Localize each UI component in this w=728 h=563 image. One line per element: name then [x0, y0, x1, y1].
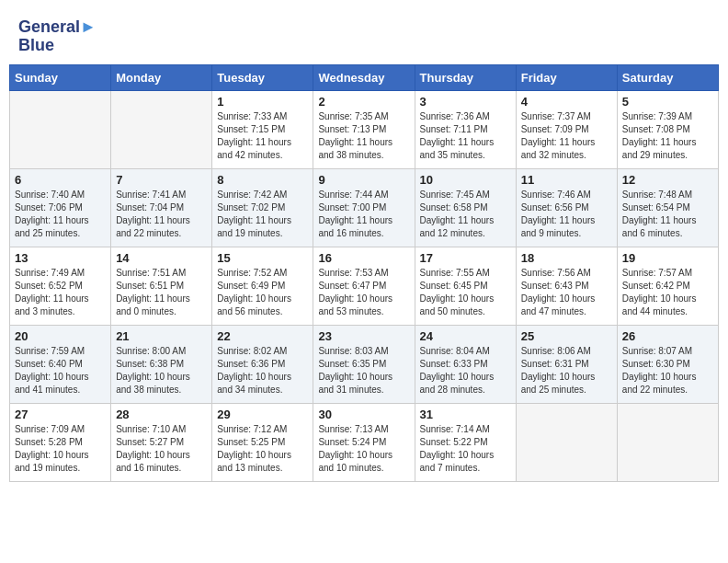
calendar-day-cell	[617, 403, 718, 481]
day-info: Sunrise: 7:48 AMSunset: 6:54 PMDaylight:…	[622, 189, 713, 240]
day-info: Sunrise: 8:02 AMSunset: 6:36 PMDaylight:…	[217, 345, 308, 396]
day-number: 26	[622, 329, 713, 343]
day-number: 25	[521, 329, 612, 343]
calendar-header-thursday: Thursday	[415, 64, 516, 90]
calendar-day-cell: 14Sunrise: 7:51 AMSunset: 6:51 PMDayligh…	[111, 247, 212, 325]
calendar-day-cell: 10Sunrise: 7:45 AMSunset: 6:58 PMDayligh…	[415, 168, 516, 247]
calendar-day-cell: 18Sunrise: 7:56 AMSunset: 6:43 PMDayligh…	[516, 247, 617, 325]
day-info: Sunrise: 7:51 AMSunset: 6:51 PMDaylight:…	[116, 267, 207, 318]
day-info: Sunrise: 7:35 AMSunset: 7:13 PMDaylight:…	[318, 110, 409, 162]
day-info: Sunrise: 7:52 AMSunset: 6:49 PMDaylight:…	[217, 267, 308, 318]
day-info: Sunrise: 7:39 AMSunset: 7:08 PMDaylight:…	[622, 110, 713, 162]
calendar-header-friday: Friday	[516, 64, 617, 90]
day-info: Sunrise: 8:06 AMSunset: 6:31 PMDaylight:…	[521, 345, 612, 396]
day-number: 22	[217, 329, 308, 343]
day-info: Sunrise: 7:14 AMSunset: 5:22 PMDaylight:…	[420, 423, 511, 475]
day-number: 15	[217, 251, 308, 265]
calendar-week-row: 6Sunrise: 7:40 AMSunset: 7:06 PMDaylight…	[10, 168, 719, 247]
day-number: 2	[318, 95, 409, 109]
calendar-day-cell: 27Sunrise: 7:09 AMSunset: 5:28 PMDayligh…	[10, 403, 111, 481]
calendar-day-cell: 21Sunrise: 8:00 AMSunset: 6:38 PMDayligh…	[111, 325, 212, 403]
day-number: 17	[420, 251, 511, 265]
calendar-day-cell: 17Sunrise: 7:55 AMSunset: 6:45 PMDayligh…	[415, 247, 516, 325]
day-number: 11	[521, 173, 612, 187]
calendar-header-monday: Monday	[111, 64, 212, 90]
day-number: 5	[622, 95, 713, 109]
day-number: 19	[622, 251, 713, 265]
calendar-week-row: 20Sunrise: 7:59 AMSunset: 6:40 PMDayligh…	[10, 325, 719, 403]
calendar-day-cell: 12Sunrise: 7:48 AMSunset: 6:54 PMDayligh…	[617, 168, 718, 247]
calendar-header-sunday: Sunday	[10, 64, 111, 90]
calendar-day-cell: 16Sunrise: 7:53 AMSunset: 6:47 PMDayligh…	[313, 247, 415, 325]
day-info: Sunrise: 7:09 AMSunset: 5:28 PMDaylight:…	[15, 423, 106, 475]
calendar-day-cell: 20Sunrise: 7:59 AMSunset: 6:40 PMDayligh…	[10, 325, 111, 403]
day-number: 23	[318, 329, 409, 343]
day-info: Sunrise: 7:37 AMSunset: 7:09 PMDaylight:…	[521, 110, 612, 162]
calendar-table: SundayMondayTuesdayWednesdayThursdayFrid…	[9, 64, 719, 482]
calendar-header-wednesday: Wednesday	[313, 64, 415, 90]
calendar-day-cell: 26Sunrise: 8:07 AMSunset: 6:30 PMDayligh…	[617, 325, 718, 403]
day-number: 24	[420, 329, 511, 343]
calendar-day-cell: 5Sunrise: 7:39 AMSunset: 7:08 PMDaylight…	[617, 90, 718, 168]
day-number: 30	[318, 408, 409, 421]
day-info: Sunrise: 7:13 AMSunset: 5:24 PMDaylight:…	[318, 423, 409, 475]
calendar-day-cell: 2Sunrise: 7:35 AMSunset: 7:13 PMDaylight…	[313, 90, 415, 168]
calendar-day-cell: 22Sunrise: 8:02 AMSunset: 6:36 PMDayligh…	[212, 325, 313, 403]
logo-text: General►Blue	[18, 18, 97, 55]
day-number: 21	[116, 329, 207, 343]
day-number: 7	[116, 173, 207, 187]
calendar-day-cell: 31Sunrise: 7:14 AMSunset: 5:22 PMDayligh…	[415, 403, 516, 481]
calendar-day-cell: 30Sunrise: 7:13 AMSunset: 5:24 PMDayligh…	[313, 403, 415, 481]
day-info: Sunrise: 7:53 AMSunset: 6:47 PMDaylight:…	[318, 267, 409, 318]
calendar-day-cell: 11Sunrise: 7:46 AMSunset: 6:56 PMDayligh…	[516, 168, 617, 247]
day-info: Sunrise: 7:46 AMSunset: 6:56 PMDaylight:…	[521, 189, 612, 240]
page-header: General►Blue	[9, 9, 719, 60]
calendar-day-cell: 3Sunrise: 7:36 AMSunset: 7:11 PMDaylight…	[415, 90, 516, 168]
day-info: Sunrise: 7:55 AMSunset: 6:45 PMDaylight:…	[420, 267, 511, 318]
calendar-day-cell: 7Sunrise: 7:41 AMSunset: 7:04 PMDaylight…	[111, 168, 212, 247]
day-number: 4	[521, 95, 612, 109]
day-number: 29	[217, 408, 308, 421]
day-number: 3	[420, 95, 511, 109]
calendar-day-cell	[10, 90, 111, 168]
calendar-day-cell: 23Sunrise: 8:03 AMSunset: 6:35 PMDayligh…	[313, 325, 415, 403]
calendar-day-cell: 28Sunrise: 7:10 AMSunset: 5:27 PMDayligh…	[111, 403, 212, 481]
calendar-day-cell: 9Sunrise: 7:44 AMSunset: 7:00 PMDaylight…	[313, 168, 415, 247]
calendar-day-cell: 19Sunrise: 7:57 AMSunset: 6:42 PMDayligh…	[617, 247, 718, 325]
day-info: Sunrise: 7:44 AMSunset: 7:00 PMDaylight:…	[318, 189, 409, 240]
day-number: 10	[420, 173, 511, 187]
day-number: 16	[318, 251, 409, 265]
day-info: Sunrise: 7:56 AMSunset: 6:43 PMDaylight:…	[521, 267, 612, 318]
day-number: 6	[15, 173, 106, 187]
calendar-header-tuesday: Tuesday	[212, 64, 313, 90]
calendar-day-cell: 24Sunrise: 8:04 AMSunset: 6:33 PMDayligh…	[415, 325, 516, 403]
day-info: Sunrise: 8:00 AMSunset: 6:38 PMDaylight:…	[116, 345, 207, 396]
calendar-day-cell: 1Sunrise: 7:33 AMSunset: 7:15 PMDaylight…	[212, 90, 313, 168]
day-number: 14	[116, 251, 207, 265]
day-info: Sunrise: 7:33 AMSunset: 7:15 PMDaylight:…	[217, 110, 308, 162]
day-info: Sunrise: 7:41 AMSunset: 7:04 PMDaylight:…	[116, 189, 207, 240]
calendar-day-cell: 4Sunrise: 7:37 AMSunset: 7:09 PMDaylight…	[516, 90, 617, 168]
calendar-day-cell: 13Sunrise: 7:49 AMSunset: 6:52 PMDayligh…	[10, 247, 111, 325]
calendar-day-cell: 8Sunrise: 7:42 AMSunset: 7:02 PMDaylight…	[212, 168, 313, 247]
day-info: Sunrise: 7:12 AMSunset: 5:25 PMDaylight:…	[217, 423, 308, 475]
day-number: 9	[318, 173, 409, 187]
day-number: 27	[15, 408, 106, 421]
calendar-week-row: 13Sunrise: 7:49 AMSunset: 6:52 PMDayligh…	[10, 247, 719, 325]
day-number: 28	[116, 408, 207, 421]
day-info: Sunrise: 8:04 AMSunset: 6:33 PMDaylight:…	[420, 345, 511, 396]
day-info: Sunrise: 7:57 AMSunset: 6:42 PMDaylight:…	[622, 267, 713, 318]
day-number: 13	[15, 251, 106, 265]
calendar-day-cell: 6Sunrise: 7:40 AMSunset: 7:06 PMDaylight…	[10, 168, 111, 247]
day-info: Sunrise: 8:03 AMSunset: 6:35 PMDaylight:…	[318, 345, 409, 396]
day-number: 18	[521, 251, 612, 265]
calendar-day-cell	[111, 90, 212, 168]
day-info: Sunrise: 7:45 AMSunset: 6:58 PMDaylight:…	[420, 189, 511, 240]
calendar-day-cell: 15Sunrise: 7:52 AMSunset: 6:49 PMDayligh…	[212, 247, 313, 325]
calendar-header-saturday: Saturday	[617, 64, 718, 90]
day-info: Sunrise: 7:42 AMSunset: 7:02 PMDaylight:…	[217, 189, 308, 240]
day-info: Sunrise: 7:10 AMSunset: 5:27 PMDaylight:…	[116, 423, 207, 475]
day-number: 1	[217, 95, 308, 109]
day-number: 8	[217, 173, 308, 187]
day-info: Sunrise: 7:40 AMSunset: 7:06 PMDaylight:…	[15, 189, 106, 240]
